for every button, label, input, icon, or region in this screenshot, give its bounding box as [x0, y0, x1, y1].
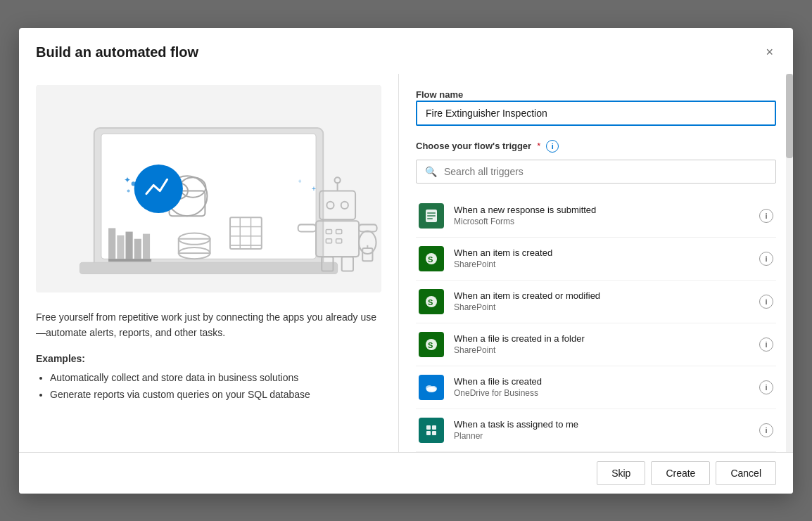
trigger-item-sharepoint-1[interactable]: S When an item is created SharePoint i: [416, 238, 776, 281]
left-description: Free yourself from repetitive work just …: [36, 309, 381, 341]
svg-text:+: +: [298, 179, 302, 185]
svg-point-41: [132, 181, 136, 186]
illustration: ✦ + +: [36, 85, 381, 292]
trigger-text-sp3: When a file is created in a folder Share…: [454, 333, 749, 355]
search-input[interactable]: [444, 166, 767, 177]
right-panel: Flow name Choose your flow's trigger * i…: [399, 74, 793, 452]
required-star: *: [537, 141, 540, 151]
trigger-item-onedrive[interactable]: When a file is created OneDrive for Busi…: [416, 366, 776, 409]
trigger-source-forms: Microsoft Forms: [454, 217, 749, 226]
examples-list: Automatically collect and store data in …: [36, 370, 381, 404]
trigger-list: When a new response is submitted Microso…: [416, 195, 776, 452]
trigger-source-sp1: SharePoint: [454, 259, 749, 269]
svg-rect-61: [426, 431, 431, 435]
trigger-info-sp2[interactable]: i: [759, 295, 773, 309]
svg-rect-60: [432, 425, 436, 430]
svg-text:S: S: [428, 341, 433, 349]
search-icon: 🔍: [425, 166, 437, 177]
svg-text:S: S: [428, 255, 433, 264]
trigger-info-onedrive[interactable]: i: [759, 380, 773, 394]
trigger-item-sharepoint-2[interactable]: S When an item is created or modified Sh…: [416, 281, 776, 323]
dialog-body: ✦ + + Free yourself from repetitive work…: [19, 74, 793, 452]
example-item-1: Automatically collect and store data in …: [50, 370, 381, 387]
trigger-info-planner[interactable]: i: [759, 423, 773, 437]
trigger-icon-onedrive: [419, 375, 444, 400]
trigger-icon-sharepoint-1: S: [419, 246, 444, 271]
svg-rect-19: [126, 231, 133, 260]
trigger-text-planner: When a task is assigned to me Planner: [454, 419, 749, 441]
trigger-info-forms[interactable]: i: [759, 209, 773, 223]
trigger-label: Choose your flow's trigger: [416, 141, 531, 151]
dialog: Build an automated flow ×: [19, 28, 793, 494]
trigger-item-planner[interactable]: When a task is assigned to me Planner i: [416, 409, 776, 452]
trigger-icon-sharepoint-3: S: [419, 332, 444, 357]
trigger-source-planner: Planner: [454, 431, 749, 441]
left-panel: ✦ + + Free yourself from repetitive work…: [19, 74, 399, 452]
trigger-name-onedrive: When a file is created: [454, 376, 749, 387]
svg-text:✦: ✦: [124, 175, 131, 185]
svg-rect-18: [117, 235, 124, 260]
svg-rect-21: [143, 233, 150, 260]
scrollbar-track: [786, 74, 793, 452]
trigger-text-forms: When a new response is submitted Microso…: [454, 205, 749, 226]
svg-rect-62: [432, 431, 436, 435]
svg-rect-59: [426, 425, 431, 430]
dialog-header: Build an automated flow ×: [19, 28, 793, 74]
svg-text:S: S: [428, 298, 433, 307]
skip-button[interactable]: Skip: [597, 461, 645, 485]
svg-point-58: [430, 386, 437, 392]
trigger-name-sp3: When a file is created in a folder: [454, 333, 749, 344]
trigger-icon-sharepoint-2: S: [419, 289, 444, 314]
trigger-text-sp2: When an item is created or modified Shar…: [454, 290, 749, 312]
trigger-icon-forms: [419, 203, 444, 229]
dialog-title: Build an automated flow: [36, 44, 198, 60]
svg-rect-3: [80, 262, 337, 274]
right-panel-scroll[interactable]: Flow name Choose your flow's trigger * i…: [399, 74, 793, 452]
svg-rect-48: [427, 215, 436, 217]
trigger-item-forms[interactable]: When a new response is submitted Microso…: [416, 195, 776, 238]
trigger-label-row: Choose your flow's trigger * i: [416, 140, 776, 153]
svg-rect-2: [101, 134, 316, 259]
trigger-source-sp3: SharePoint: [454, 345, 749, 355]
trigger-name-forms: When a new response is submitted: [454, 205, 749, 215]
scrollbar-thumb[interactable]: [786, 74, 793, 158]
trigger-name-sp1: When an item is created: [454, 247, 749, 258]
examples-section: Examples: Automatically collect and stor…: [36, 353, 381, 404]
cancel-button[interactable]: Cancel: [716, 461, 776, 485]
flow-name-input[interactable]: [416, 101, 776, 126]
trigger-name-planner: When a task is assigned to me: [454, 419, 749, 430]
svg-rect-49: [427, 218, 433, 219]
trigger-source-onedrive: OneDrive for Business: [454, 388, 749, 398]
examples-label: Examples:: [36, 353, 381, 364]
trigger-icon-planner: [419, 418, 444, 443]
svg-rect-20: [134, 238, 141, 260]
svg-rect-17: [108, 228, 115, 260]
svg-text:+: +: [312, 184, 316, 192]
trigger-info-sp1[interactable]: i: [759, 252, 773, 266]
trigger-name-sp2: When an item is created or modified: [454, 290, 749, 301]
svg-rect-22: [108, 259, 151, 262]
trigger-text-sp1: When an item is created SharePoint: [454, 247, 749, 269]
search-box: 🔍: [416, 160, 776, 184]
example-item-2: Generate reports via custom queries on y…: [50, 387, 381, 404]
dialog-footer: Skip Create Cancel: [19, 452, 793, 494]
close-button[interactable]: ×: [763, 42, 776, 63]
trigger-source-sp2: SharePoint: [454, 302, 749, 312]
svg-rect-47: [427, 212, 436, 214]
trigger-info-icon[interactable]: i: [546, 140, 559, 153]
flow-name-label: Flow name: [416, 89, 463, 100]
svg-point-42: [127, 189, 130, 192]
create-button[interactable]: Create: [651, 461, 710, 485]
trigger-text-onedrive: When a file is created OneDrive for Busi…: [454, 376, 749, 398]
trigger-info-sp3[interactable]: i: [759, 337, 773, 352]
trigger-item-sharepoint-3[interactable]: S When a file is created in a folder Sha…: [416, 323, 776, 366]
